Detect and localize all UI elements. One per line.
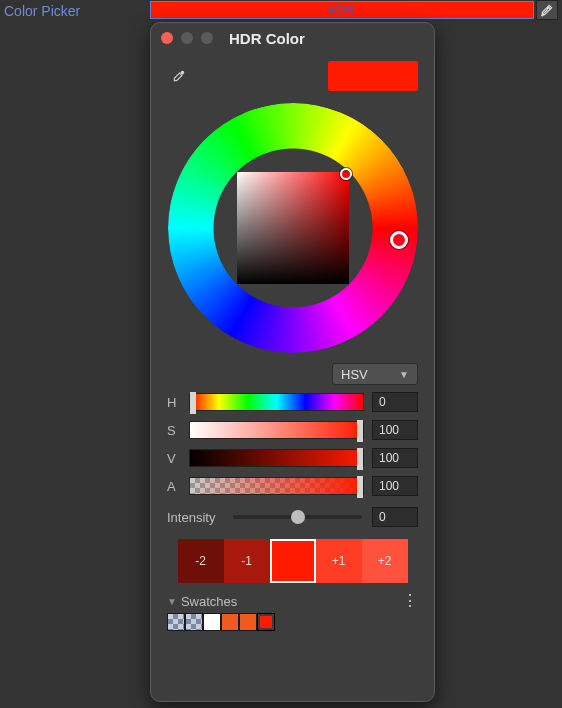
eyedropper-icon [172,69,186,83]
header-color-swatch[interactable]: HDR [150,1,534,19]
color-wheel-area [168,103,418,353]
top-bar: Color Picker HDR [0,0,562,22]
hue-wheel-marker[interactable] [390,231,408,249]
intensity-swatch-plus-2[interactable]: +2 [362,539,408,583]
intensity-swatch-minus-2[interactable]: -2 [178,539,224,583]
swatch-5[interactable] [239,613,257,631]
sv-box[interactable] [237,172,349,284]
titlebar: HDR Color [151,23,434,53]
intensity-swatch-minus-1[interactable]: -1 [224,539,270,583]
color-mode-select[interactable]: HSV ▼ [332,363,418,385]
s-input[interactable]: 100 [372,420,418,440]
v-input[interactable]: 100 [372,448,418,468]
kebab-icon: ⋮ [402,592,418,609]
a-input[interactable]: 100 [372,476,418,496]
hdr-tag: HDR [329,4,354,16]
a-label: A [167,479,181,494]
intensity-swatch-current[interactable] [270,539,316,583]
minimize-button[interactable] [181,32,193,44]
swatch-4[interactable] [221,613,239,631]
a-slider[interactable] [189,477,364,495]
intensity-label: Intensity [167,510,223,525]
swatch-1[interactable] [167,613,185,631]
eyedropper-button[interactable] [167,64,191,88]
h-input[interactable]: 0 [372,392,418,412]
v-slider[interactable] [189,449,364,467]
panel-name-label: Color Picker [0,3,80,19]
swatches-label: Swatches [181,594,237,609]
close-button[interactable] [161,32,173,44]
eyedropper-icon [540,3,554,17]
maximize-button[interactable] [201,32,213,44]
swatch-list [151,609,434,641]
swatches-menu-button[interactable]: ⋮ [402,593,418,609]
h-label: H [167,395,181,410]
v-label: V [167,451,181,466]
h-slider[interactable] [189,393,364,411]
color-picker-panel: HDR Color HSV ▼ H 0 S [150,22,435,702]
chevron-down-icon: ▼ [167,596,177,607]
svg-point-0 [181,71,183,73]
swatch-2[interactable] [185,613,203,631]
color-mode-value: HSV [341,367,368,382]
panel-title: HDR Color [229,30,305,47]
s-slider[interactable] [189,421,364,439]
intensity-slider[interactable] [233,515,362,519]
current-color-swatch[interactable] [328,61,418,91]
intensity-slider-knob[interactable] [291,510,305,524]
intensity-swatch-row: -2 -1 +1 +2 [151,533,434,593]
header-eyedropper-button[interactable] [536,0,558,20]
sv-box-marker[interactable] [340,168,352,180]
swatch-6[interactable] [257,613,275,631]
chevron-down-icon: ▼ [399,369,409,380]
swatches-foldout[interactable]: ▼ Swatches [167,594,237,609]
intensity-swatch-plus-1[interactable]: +1 [316,539,362,583]
s-label: S [167,423,181,438]
swatch-3[interactable] [203,613,221,631]
intensity-input[interactable]: 0 [372,507,418,527]
